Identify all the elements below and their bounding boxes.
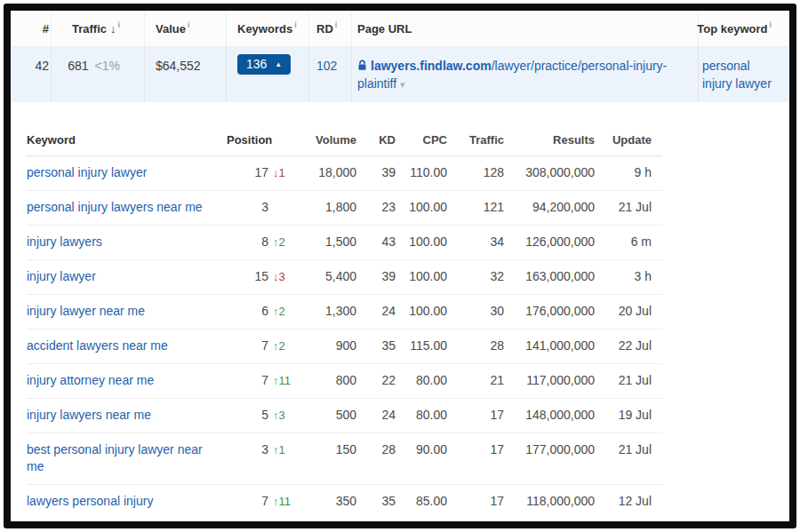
traffic-value: 32 [452,268,509,285]
position-change: ↑1 [273,441,285,458]
keyword-row: personal injury lawyers near me 3 1,800 … [27,191,662,226]
keyword-link[interactable]: best personal injury lawyer near me [27,441,227,475]
position-value: 5 [227,407,268,424]
kd-value: 35 [360,337,399,354]
kw-col-header-results[interactable]: Results [509,124,598,156]
keyword-link[interactable]: injury attorney near me [27,372,227,389]
volume-value: 150 [293,441,360,458]
traffic-share: <1% [95,57,120,75]
keyword-row: injury lawyers near me 5 ↑3 500 24 80.00… [27,399,662,433]
position-value: 17 [227,164,268,181]
kw-col-header-position[interactable]: Position [227,124,293,156]
results-value: 176,000,000 [509,303,598,320]
top-keyword-link[interactable]: personal injury lawyer [702,57,780,92]
position-change: ↑2 [273,337,285,354]
results-value: 117,000,000 [509,372,598,389]
keywords-table-body: personal injury lawyer 17 ↓1 18,000 39 1… [27,156,662,519]
app-window: # Traffic↓i Valuei Keywordsi RDi Page UR… [4,4,796,528]
volume-value: 1,800 [293,199,360,216]
traffic-value: 34 [452,234,509,250]
results-value: 126,000,000 [509,234,598,250]
sort-desc-icon: ↓ [110,22,116,36]
col-header-rd[interactable]: RDi [308,11,351,46]
keyword-link[interactable]: injury lawyer near me [27,303,227,320]
url-domain: lawyers.findlaw.com [371,59,492,73]
position-change: ↑2 [273,303,285,320]
keyword-row: injury attorney near me 7 ↑11 800 22 80.… [27,364,662,399]
position-value: 7 [227,493,268,510]
kd-value: 43 [360,234,399,250]
update-value: 22 Jul [598,337,662,354]
kw-col-header-cpc[interactable]: CPC [399,124,452,156]
position-change: ↑11 [273,493,291,510]
kd-value: 39 [360,164,399,181]
cpc-value: 85.00 [399,493,452,510]
volume-value: 1,300 [293,303,360,320]
position-value: 8 [227,234,268,250]
keyword-row: lawyers personal injury 7 ↑11 350 35 85.… [27,485,662,519]
kw-col-header-kd[interactable]: KD [360,124,399,156]
page-summary-row: 42 681 <1% $64,552 136 ▲ 102 lawyers.fin… [11,46,789,102]
keyword-row: personal injury lawyer 17 ↓1 18,000 39 1… [27,156,662,191]
traffic-value: 681 [68,57,88,75]
cpc-value: 80.00 [399,372,452,389]
results-value: 118,000,000 [509,493,598,510]
position-cell: 17 ↓1 [227,164,293,181]
keyword-link[interactable]: lawyers personal injury [27,493,227,510]
col-header-value[interactable]: Valuei [144,11,226,46]
col-header-page-url[interactable]: Page URL [351,11,698,46]
keyword-link[interactable]: personal injury lawyers near me [27,199,227,216]
keyword-link[interactable]: accident lawyers near me [27,337,227,354]
position-cell: 7 ↑11 [227,372,293,389]
keywords-table-header: Keyword Position Volume KD CPC Traffic R… [27,124,662,156]
collapse-arrow-icon: ▲ [275,60,282,68]
traffic-value: 21 [452,372,509,389]
cpc-value: 110.00 [399,164,452,181]
position-change: ↓1 [273,164,285,181]
position-cell: 6 ↑2 [227,303,293,320]
lock-icon [357,60,367,71]
keyword-row: injury lawyer 15 ↓3 5,400 39 100.00 32 1… [27,260,662,295]
update-value: 6 m [598,234,662,250]
position-value: 7 [227,337,268,354]
cpc-value: 115.00 [399,337,452,354]
keyword-link[interactable]: injury lawyers near me [27,407,227,424]
kw-col-header-traffic[interactable]: Traffic [452,124,509,156]
url-dropdown-caret-icon[interactable]: ▾ [400,79,405,90]
keyword-link[interactable]: personal injury lawyer [27,164,227,181]
keyword-row: injury lawyer near me 6 ↑2 1,300 24 100.… [27,295,662,330]
position-value: 3 [227,199,268,216]
kd-value: 24 [360,407,399,424]
volume-value: 1,500 [293,234,360,250]
keyword-link[interactable]: injury lawyers [27,234,227,250]
traffic-value: 30 [452,303,509,320]
kw-col-header-keyword[interactable]: Keyword [27,124,227,156]
kd-value: 22 [360,372,399,389]
position-cell: 8 ↑2 [227,234,293,250]
col-header-traffic[interactable]: Traffic↓i [51,11,144,46]
col-header-keywords[interactable]: Keywordsi [226,11,308,46]
position-change: ↓3 [273,268,285,285]
pages-table: # Traffic↓i Valuei Keywordsi RDi Page UR… [11,11,789,102]
update-value: 21 Jul [598,441,662,458]
volume-value: 350 [293,493,360,510]
keywords-collapse-button[interactable]: 136 ▲ [237,54,291,75]
kw-col-header-volume[interactable]: Volume [293,124,360,156]
position-value: 3 [227,441,268,458]
keyword-link[interactable]: injury lawyer [27,268,227,285]
col-header-row-number[interactable]: # [11,11,51,46]
kw-col-header-update[interactable]: Update [598,124,662,156]
update-value: 9 h [598,164,662,181]
col-header-top-keyword[interactable]: Top keywordi [698,11,789,46]
traffic-cell: 681 <1% [51,46,144,102]
results-value: 94,200,000 [509,199,598,216]
update-value: 20 Jul [598,303,662,320]
update-value: 21 Jul [598,199,662,216]
volume-value: 5,400 [293,268,360,285]
keyword-row: injury lawyers 8 ↑2 1,500 43 100.00 34 1… [27,226,662,260]
update-value: 21 Jul [598,372,662,389]
results-value: 163,000,000 [509,268,598,285]
position-value: 7 [227,372,268,389]
keyword-row: best personal injury lawyer near me 3 ↑1… [27,433,662,485]
cpc-value: 100.00 [399,303,452,320]
